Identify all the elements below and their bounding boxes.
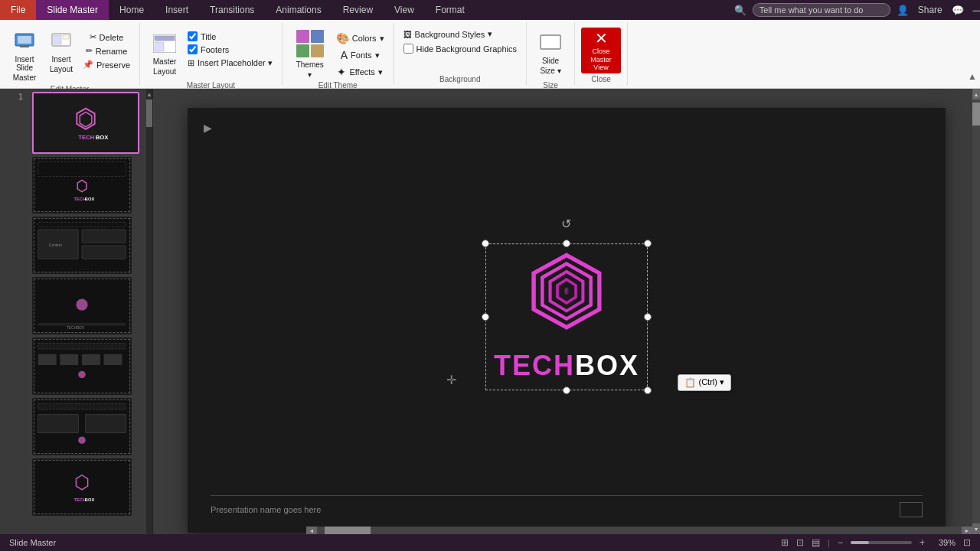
handle-mr[interactable] bbox=[644, 313, 652, 321]
svg-point-45 bbox=[78, 436, 86, 444]
handle-tr[interactable] bbox=[644, 240, 652, 247]
ctrl-popup[interactable]: 📋 (Ctrl) ▾ bbox=[678, 374, 732, 391]
close-master-view-button[interactable]: ✕ CloseMaster View bbox=[581, 28, 621, 73]
fonts-label: Fonts bbox=[351, 51, 372, 60]
slide-thumbnail-4[interactable]: TECHBOX bbox=[32, 277, 132, 334]
slide-panel[interactable]: 1 TECH BOX bbox=[0, 89, 153, 551]
footers-check[interactable]: Footers bbox=[185, 44, 276, 55]
tab-slide-master[interactable]: Slide Master bbox=[36, 0, 109, 20]
fonts-button[interactable]: A Fonts ▾ bbox=[333, 47, 387, 63]
ribbon-content: Insert Slide Master Insert Layout ✂ Dele… bbox=[0, 20, 980, 89]
user-icon: 👤 bbox=[897, 5, 909, 16]
effects-button[interactable]: ✦ Effects ▾ bbox=[333, 64, 387, 80]
rename-button[interactable]: ✏ Rename bbox=[80, 44, 133, 57]
slide-thumbnail-3[interactable]: Content bbox=[32, 217, 132, 274]
tab-animations[interactable]: Animations bbox=[265, 0, 332, 20]
share-button[interactable]: Share bbox=[918, 5, 942, 15]
background-styles-label: Background Styles bbox=[415, 30, 485, 39]
svg-rect-4 bbox=[54, 35, 61, 44]
slide-size-button[interactable]: Slide Size ▾ bbox=[533, 28, 568, 80]
canvas-scrollbar-v[interactable]: ▲ ▼ bbox=[972, 89, 980, 534]
svg-rect-43 bbox=[38, 415, 78, 433]
scroll-left-canvas[interactable]: ◄ bbox=[306, 527, 317, 534]
reading-view-icon[interactable]: ▤ bbox=[812, 537, 820, 548]
logo-selection-area[interactable]: ↺ bbox=[485, 243, 648, 390]
zoom-slider[interactable] bbox=[851, 541, 912, 544]
expand-icon[interactable]: ▲ bbox=[968, 71, 977, 82]
svg-rect-8 bbox=[155, 42, 164, 51]
footer-box bbox=[900, 502, 923, 517]
h-scrollbar-thumb[interactable] bbox=[325, 527, 371, 534]
status-bar-right: ⊞ ⊡ ▤ | − + 39% ⊡ bbox=[781, 537, 971, 548]
slide-size-label: Slide bbox=[542, 57, 559, 65]
handle-bc[interactable] bbox=[563, 386, 570, 394]
themes-button[interactable]: Themes ▾ bbox=[289, 28, 332, 80]
zoom-in-icon[interactable]: + bbox=[920, 537, 925, 548]
slide-thumbnail-7[interactable]: TECH BOX bbox=[32, 458, 132, 516]
svg-rect-36 bbox=[38, 354, 57, 365]
minimize-icon[interactable]: ─ bbox=[973, 5, 980, 16]
slide-view-icon[interactable]: ⊡ bbox=[796, 537, 804, 548]
search-input[interactable] bbox=[753, 3, 890, 17]
tab-view[interactable]: View bbox=[384, 0, 425, 20]
insert-placeholder-button[interactable]: ⊞ Insert Placeholder ▾ bbox=[185, 57, 276, 70]
tab-home[interactable]: Home bbox=[109, 0, 155, 20]
slide-thumb-inner-4: TECHBOX bbox=[34, 279, 130, 333]
preserve-button[interactable]: 📌 Preserve bbox=[80, 58, 133, 71]
svg-rect-19 bbox=[34, 158, 129, 212]
fit-to-window-icon[interactable]: ⊡ bbox=[963, 537, 971, 548]
background-styles-button[interactable]: 🖼 Background Styles ▾ bbox=[400, 28, 496, 41]
rotate-handle[interactable]: ↺ bbox=[561, 217, 571, 231]
scroll-up-btn[interactable]: ▲ bbox=[146, 89, 152, 99]
handle-br[interactable] bbox=[644, 386, 652, 394]
svg-point-31 bbox=[76, 299, 87, 311]
zoom-out-icon[interactable]: − bbox=[838, 537, 843, 548]
slide-panel-scrollbar-thumb[interactable] bbox=[146, 96, 152, 127]
tab-review[interactable]: Review bbox=[332, 0, 384, 20]
master-layout-button[interactable]: Master Layout bbox=[146, 28, 183, 80]
title-checkbox[interactable] bbox=[188, 31, 198, 41]
hide-background-checkbox[interactable] bbox=[403, 44, 413, 54]
scroll-down-canvas[interactable]: ▼ bbox=[972, 523, 980, 534]
svg-text:TECH: TECH bbox=[74, 497, 87, 502]
insert-layout-label: Insert bbox=[51, 55, 70, 64]
ctrl-popup-text: (Ctrl) ▾ bbox=[699, 377, 725, 387]
tab-file[interactable]: File bbox=[0, 0, 36, 20]
slide-thumbnail-1[interactable]: TECH BOX bbox=[32, 92, 139, 154]
slide-canvas: ▶ ↺ bbox=[188, 108, 946, 533]
slide-panel-scrollbar[interactable]: ▼ ▲ bbox=[146, 89, 152, 551]
play-button[interactable]: ▶ bbox=[200, 120, 215, 135]
delete-label: Delete bbox=[100, 33, 124, 42]
delete-icon: ✂ bbox=[90, 32, 96, 42]
slide-thumbnail-5[interactable] bbox=[32, 337, 132, 395]
handle-tc[interactable] bbox=[563, 240, 570, 247]
handle-tl[interactable] bbox=[482, 240, 489, 247]
canvas-scrollbar-h[interactable]: ◄ ► bbox=[306, 527, 972, 534]
svg-text:Content: Content bbox=[49, 243, 62, 247]
colors-button[interactable]: 🎨 Colors ▾ bbox=[333, 31, 387, 46]
svg-text:BOX: BOX bbox=[85, 497, 95, 502]
insert-layout-button[interactable]: Insert Layout bbox=[44, 28, 78, 75]
rename-label: Rename bbox=[96, 47, 128, 56]
canvas-scrollbar-thumb[interactable] bbox=[972, 103, 980, 126]
delete-button[interactable]: ✂ Delete bbox=[80, 31, 133, 44]
slide-thumb-row-3: Content bbox=[18, 217, 149, 274]
hide-background-check[interactable]: Hide Background Graphics bbox=[400, 43, 520, 54]
handle-ml[interactable] bbox=[482, 313, 489, 321]
slide-thumb-row-7: TECH BOX bbox=[18, 458, 149, 516]
footers-checkbox[interactable] bbox=[188, 44, 198, 54]
slide-thumbnail-6[interactable] bbox=[32, 398, 132, 455]
svg-rect-37 bbox=[60, 354, 78, 365]
svg-rect-39 bbox=[104, 354, 122, 365]
slide-thumbnail-2[interactable]: TECH BOX bbox=[32, 157, 132, 214]
status-view-label: Slide Master bbox=[9, 538, 56, 547]
scroll-up-canvas[interactable]: ▲ bbox=[972, 89, 980, 99]
scroll-right-canvas[interactable]: ► bbox=[962, 527, 972, 534]
tab-insert[interactable]: Insert bbox=[155, 0, 199, 20]
svg-rect-42 bbox=[38, 403, 126, 409]
title-check[interactable]: Title bbox=[185, 31, 276, 42]
tab-format[interactable]: Format bbox=[425, 0, 475, 20]
normal-view-icon[interactable]: ⊞ bbox=[781, 537, 789, 548]
insert-slide-master-button[interactable]: Insert Slide Master bbox=[6, 28, 43, 83]
tab-transitions[interactable]: Transitions bbox=[199, 0, 265, 20]
